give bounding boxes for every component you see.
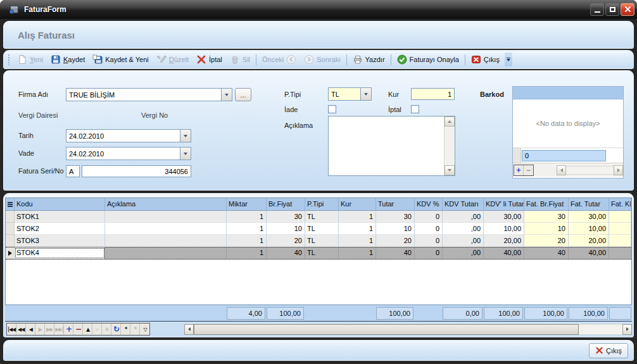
tarih-dropdown-button[interactable] [180, 130, 191, 142]
cell-a-klama[interactable] [105, 211, 227, 223]
grid-row-1[interactable]: STOK1130TL1300,0030,003030,00 [6, 211, 631, 223]
maximize-button[interactable] [605, 3, 619, 16]
exit-button[interactable]: Çıkış [589, 343, 628, 358]
barkod-hscrollbar[interactable] [557, 165, 623, 175]
cell-fat-br-fiyat[interactable]: 40 [524, 248, 569, 259]
cell-fat-kd[interactable] [609, 235, 631, 247]
cell-kdv-[interactable]: 0 [415, 211, 443, 223]
cell-fat-br-fiyat[interactable]: 30 [524, 211, 569, 223]
cell-p-tipi[interactable]: TL [305, 223, 339, 235]
cell-br-fiyat[interactable]: 40 [267, 248, 305, 259]
grid-row-4[interactable]: STOK4140TL1400,0040,004040,00 [6, 247, 631, 260]
nav-filter-button[interactable]: ▽ [140, 323, 149, 335]
cell-kodu[interactable]: STOK2 [15, 223, 105, 235]
toolbar-button-yeni[interactable]: Yeni [13, 52, 47, 67]
tarih-picker[interactable]: 24.02.2010 [66, 129, 191, 142]
toolbar-button-duzelt[interactable]: Düzelt [153, 52, 192, 67]
firma-browse-button[interactable]: ... [235, 88, 251, 101]
cell-fat-kd[interactable] [609, 223, 631, 235]
grid-row-3[interactable]: STOK3120TL1200,0020,002020,00 [6, 235, 631, 247]
scroll-up-icon[interactable] [445, 116, 455, 127]
column-header-13[interactable]: Fat. KD [609, 198, 631, 211]
toolbar-button-yazdir[interactable]: Yazdır [349, 52, 389, 67]
cell-p-tipi[interactable]: TL [305, 211, 339, 223]
cell-fat-tutar[interactable]: 40,00 [569, 248, 609, 259]
nav-next-button[interactable]: ▶ [35, 323, 45, 335]
cell-miktar[interactable]: 1 [227, 235, 267, 247]
column-header-10[interactable]: KDV' li Tutar [484, 198, 524, 211]
p-tipi-dropdown-button[interactable] [360, 88, 371, 100]
cell-miktar[interactable]: 1 [227, 211, 267, 223]
cell-kdv-tutar-[interactable]: ,00 [443, 223, 484, 235]
fatura-seri-field[interactable]: A [66, 165, 80, 177]
cell-kdv-[interactable]: 0 [415, 235, 443, 247]
scroll-left-icon[interactable] [557, 165, 566, 175]
toolbar-button-onayla[interactable]: Faturayı Onayla [393, 52, 463, 67]
firma-adi-dropdown-button[interactable] [221, 89, 232, 101]
nav-append-button[interactable]: + [64, 323, 73, 335]
nav-next-page-button[interactable]: ▶▶ [45, 323, 54, 335]
cell-fat-tutar[interactable]: 20,00 [569, 235, 609, 247]
scroll-down-icon[interactable] [445, 165, 455, 175]
cell-kdv-li-tutar[interactable]: 30,00 [484, 211, 524, 223]
nav-cancel-edit-button[interactable]: × [102, 323, 111, 335]
hscrollbar-track[interactable] [579, 324, 622, 335]
toolbar-button-sil[interactable]: Sil [226, 52, 254, 67]
cell-kdv-tutar-[interactable]: ,00 [443, 211, 484, 223]
cell-a-klama[interactable] [105, 235, 227, 247]
column-header-8[interactable]: KDV % [415, 198, 443, 211]
cell-kdv-[interactable]: 0 [415, 248, 443, 259]
column-header-6[interactable]: Kur [339, 198, 376, 211]
cell-br-fiyat[interactable]: 30 [267, 211, 305, 223]
toolbar-button-kaydet-yeni[interactable]: Kaydet & Yeni [89, 52, 153, 67]
grid-row-2[interactable]: STOK2110TL1100,0010,001010,00 [6, 223, 631, 235]
column-header-12[interactable]: Fat. Tutar [569, 198, 609, 211]
scroll-right-icon[interactable] [614, 165, 623, 175]
cell-fat-br-fiyat[interactable]: 20 [524, 235, 569, 247]
cell-kur[interactable]: 1 [339, 211, 376, 223]
minimize-button[interactable] [590, 3, 604, 16]
cell-a-klama[interactable] [105, 223, 227, 235]
vade-picker[interactable]: 24.02.2010 [66, 147, 191, 160]
cell-fat-tutar[interactable]: 10,00 [569, 223, 609, 235]
cell-kdv-[interactable]: 0 [415, 223, 443, 235]
hscrollbar-thumb[interactable] [194, 324, 579, 335]
cell-tutar[interactable]: 10 [376, 223, 415, 235]
nav-bookmark-button[interactable]: * [121, 323, 130, 335]
cell-fat-kd[interactable] [609, 248, 631, 259]
column-header-4[interactable]: Br.Fiyat [267, 198, 305, 211]
toolbar-button-onceki[interactable]: Önceki [258, 52, 300, 67]
nav-prev-page-button[interactable]: ◀◀ [16, 323, 26, 335]
vade-dropdown-button[interactable] [180, 147, 191, 160]
cell-kdv-li-tutar[interactable]: 10,00 [484, 223, 524, 235]
cell-a-klama[interactable] [105, 248, 227, 259]
nav-refresh-button[interactable]: ↻ [111, 323, 121, 335]
cell-br-fiyat[interactable]: 10 [267, 223, 305, 235]
toolbar-overflow-button[interactable] [505, 53, 512, 66]
nav-prev-button[interactable]: ◀ [26, 323, 35, 335]
column-header-7[interactable]: Tutar [376, 198, 415, 211]
nav-post-button[interactable]: ✓ [92, 323, 102, 335]
p-tipi-combo[interactable]: TL [328, 87, 372, 101]
nav-last-button[interactable]: ▶▶| [54, 323, 64, 335]
nav-edit-button[interactable]: ▲ [83, 323, 92, 335]
toolbar-button-kaydet[interactable]: Kaydet [47, 52, 89, 67]
nav-first-button[interactable]: |◀◀ [7, 323, 16, 335]
cell-kur[interactable]: 1 [339, 248, 376, 259]
cell-kodu[interactable]: STOK4 [15, 248, 105, 259]
column-header-1[interactable]: Kodu [15, 198, 105, 211]
toolbar-button-sonraki[interactable]: Sonraki [300, 52, 344, 67]
column-header-9[interactable]: KDV Tutarı [443, 198, 484, 211]
scroll-left-icon[interactable] [184, 324, 194, 335]
cell-kdv-li-tutar[interactable]: 20,00 [484, 235, 524, 247]
toolbar-button-cikis[interactable]: Çıkış [467, 52, 503, 67]
fatura-no-field[interactable]: 344056 [82, 165, 191, 177]
nav-goto-bookmark-button[interactable]: * [130, 323, 140, 335]
cell-kur[interactable]: 1 [339, 223, 376, 235]
column-header-2[interactable]: Açıklama [105, 198, 227, 211]
grid-hscrollbar[interactable] [184, 323, 632, 335]
kur-field[interactable]: 1 [411, 88, 455, 100]
cell-p-tipi[interactable]: TL [305, 235, 339, 247]
aciklama-textarea[interactable] [328, 116, 455, 176]
column-header-5[interactable]: P.Tipi [305, 198, 339, 211]
